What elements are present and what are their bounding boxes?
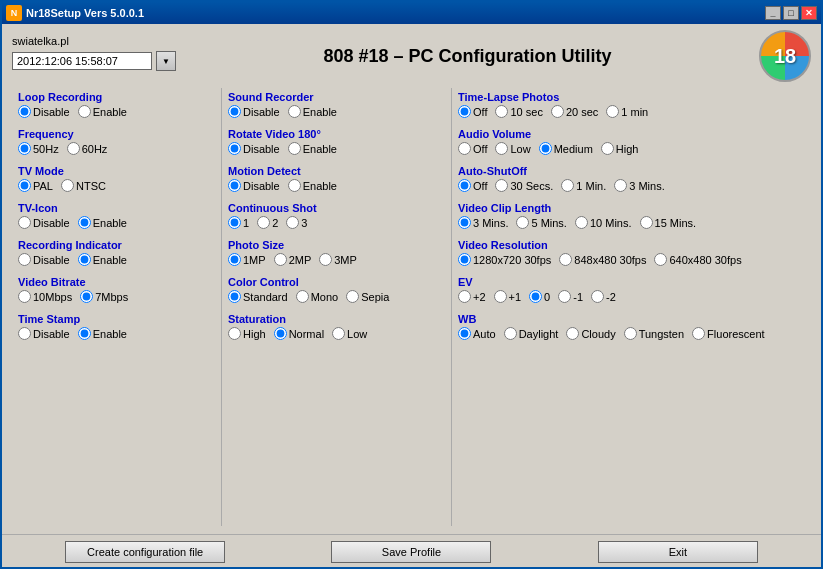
color-control-options: Standard Mono Sepia: [228, 290, 445, 303]
exit-button[interactable]: Exit: [598, 541, 758, 563]
res-848[interactable]: 848x480 30fps: [559, 253, 646, 266]
tl-10sec[interactable]: 10 sec: [495, 105, 542, 118]
wb-tungsten[interactable]: Tungsten: [624, 327, 684, 340]
res-1280[interactable]: 1280x720 30fps: [458, 253, 551, 266]
wb-daylight[interactable]: Daylight: [504, 327, 559, 340]
wb-auto[interactable]: Auto: [458, 327, 496, 340]
title-buttons: _ □ ✕: [765, 6, 817, 20]
loop-recording-label: Loop Recording: [18, 91, 215, 103]
motion-detect-label: Motion Detect: [228, 165, 445, 177]
save-profile-button[interactable]: Save Profile: [331, 541, 491, 563]
vol-high[interactable]: High: [601, 142, 639, 155]
motion-enable[interactable]: Enable: [288, 179, 337, 192]
video-resolution-label: Video Resolution: [458, 239, 805, 251]
photo-2mp[interactable]: 2MP: [274, 253, 312, 266]
bitrate-10[interactable]: 10Mbps: [18, 290, 72, 303]
sat-high[interactable]: High: [228, 327, 266, 340]
motion-detect-section: Motion Detect Disable Enable: [222, 162, 451, 195]
app-logo: 18: [759, 30, 811, 82]
header-left: swiatelka.pl ▼: [12, 35, 176, 77]
shot-3[interactable]: 3: [286, 216, 307, 229]
datetime-input[interactable]: [12, 52, 152, 70]
datetime-dropdown[interactable]: ▼: [156, 51, 176, 71]
recind-enable[interactable]: Enable: [78, 253, 127, 266]
sat-low[interactable]: Low: [332, 327, 367, 340]
bitrate-7[interactable]: 7Mbps: [80, 290, 128, 303]
timelapse-section: Time-Lapse Photos Off 10 sec 20 sec 1 mi…: [452, 88, 811, 121]
minimize-button[interactable]: _: [765, 6, 781, 20]
ev-label: EV: [458, 276, 805, 288]
ev-plus2[interactable]: +2: [458, 290, 486, 303]
audio-volume-section: Audio Volume Off Low Medium High: [452, 125, 811, 158]
site-name: swiatelka.pl: [12, 35, 176, 47]
continuous-shot-section: Continuous Shot 1 2 3: [222, 199, 451, 232]
datetime-row: ▼: [12, 51, 176, 71]
wb-label: WB: [458, 313, 805, 325]
continuous-shot-options: 1 2 3: [228, 216, 445, 229]
color-control-label: Color Control: [228, 276, 445, 288]
clip-10m[interactable]: 10 Mins.: [575, 216, 632, 229]
wb-cloudy[interactable]: Cloudy: [566, 327, 615, 340]
vol-low[interactable]: Low: [495, 142, 530, 155]
color-mono[interactable]: Mono: [296, 290, 339, 303]
motion-disable[interactable]: Disable: [228, 179, 280, 192]
ts-disable[interactable]: Disable: [18, 327, 70, 340]
rec-indicator-label: Recording Indicator: [18, 239, 215, 251]
video-clip-section: Video Clip Length 3 Mins. 5 Mins. 10 Min…: [452, 199, 811, 232]
vol-medium[interactable]: Medium: [539, 142, 593, 155]
tv-ntsc[interactable]: NTSC: [61, 179, 106, 192]
res-640[interactable]: 640x480 30fps: [654, 253, 741, 266]
shut-30[interactable]: 30 Secs.: [495, 179, 553, 192]
middle-column: Sound Recorder Disable Enable Rotate Vid…: [222, 88, 452, 526]
tl-off[interactable]: Off: [458, 105, 487, 118]
tvicon-disable[interactable]: Disable: [18, 216, 70, 229]
tvicon-enable[interactable]: Enable: [78, 216, 127, 229]
timelapse-label: Time-Lapse Photos: [458, 91, 805, 103]
color-control-section: Color Control Standard Mono Sepia: [222, 273, 451, 306]
color-sepia[interactable]: Sepia: [346, 290, 389, 303]
tl-1min[interactable]: 1 min: [606, 105, 648, 118]
photo-size-section: Photo Size 1MP 2MP 3MP: [222, 236, 451, 269]
clip-3m[interactable]: 3 Mins.: [458, 216, 508, 229]
freq-60hz[interactable]: 60Hz: [67, 142, 108, 155]
ev-0[interactable]: 0: [529, 290, 550, 303]
shut-3m[interactable]: 3 Mins.: [614, 179, 664, 192]
shot-2[interactable]: 2: [257, 216, 278, 229]
saturation-options: High Normal Low: [228, 327, 445, 340]
restore-button[interactable]: □: [783, 6, 799, 20]
ev-plus1[interactable]: +1: [494, 290, 522, 303]
photo-size-label: Photo Size: [228, 239, 445, 251]
shut-off[interactable]: Off: [458, 179, 487, 192]
loop-enable[interactable]: Enable: [78, 105, 127, 118]
settings-grid: Loop Recording Disable Enable Frequency …: [12, 88, 811, 526]
sat-normal[interactable]: Normal: [274, 327, 324, 340]
tv-pal[interactable]: PAL: [18, 179, 53, 192]
freq-50hz[interactable]: 50Hz: [18, 142, 59, 155]
recind-disable[interactable]: Disable: [18, 253, 70, 266]
photo-1mp[interactable]: 1MP: [228, 253, 266, 266]
shot-1[interactable]: 1: [228, 216, 249, 229]
tl-20sec[interactable]: 20 sec: [551, 105, 598, 118]
clip-5m[interactable]: 5 Mins.: [516, 216, 566, 229]
color-standard[interactable]: Standard: [228, 290, 288, 303]
wb-fluorescent[interactable]: Fluorescent: [692, 327, 764, 340]
rotate-enable[interactable]: Enable: [288, 142, 337, 155]
create-config-button[interactable]: Create configuration file: [65, 541, 225, 563]
ts-enable[interactable]: Enable: [78, 327, 127, 340]
sound-enable[interactable]: Enable: [288, 105, 337, 118]
loop-disable[interactable]: Disable: [18, 105, 70, 118]
timestamp-label: Time Stamp: [18, 313, 215, 325]
video-bitrate-label: Video Bitrate: [18, 276, 215, 288]
ev-minus1[interactable]: -1: [558, 290, 583, 303]
shut-1m[interactable]: 1 Min.: [561, 179, 606, 192]
video-clip-options: 3 Mins. 5 Mins. 10 Mins. 15 Mins.: [458, 216, 805, 229]
ev-minus2[interactable]: -2: [591, 290, 616, 303]
rotate-disable[interactable]: Disable: [228, 142, 280, 155]
vol-off[interactable]: Off: [458, 142, 487, 155]
close-button[interactable]: ✕: [801, 6, 817, 20]
main-window: N Nr18Setup Vers 5.0.0.1 _ □ ✕ swiatelka…: [0, 0, 823, 569]
clip-15m[interactable]: 15 Mins.: [640, 216, 697, 229]
sound-disable[interactable]: Disable: [228, 105, 280, 118]
header-row: swiatelka.pl ▼ 808 #18 – PC Configuratio…: [12, 30, 811, 82]
photo-3mp[interactable]: 3MP: [319, 253, 357, 266]
